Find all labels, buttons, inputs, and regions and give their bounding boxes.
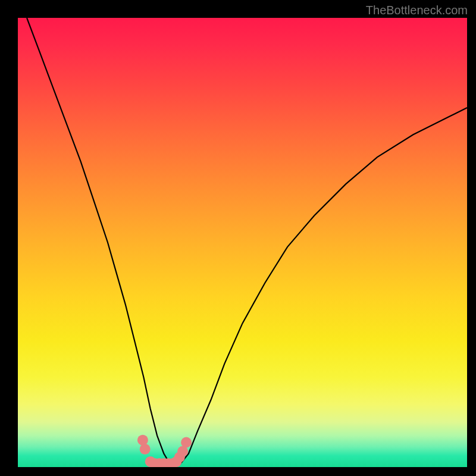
chart-svg bbox=[18, 18, 467, 467]
marker-dot bbox=[140, 444, 151, 455]
watermark-text: TheBottleneck.com bbox=[366, 4, 468, 17]
plot-area bbox=[18, 18, 467, 467]
bottleneck-curve bbox=[27, 18, 467, 465]
marker-dot bbox=[181, 437, 192, 448]
marker-dot bbox=[137, 435, 148, 446]
highlight-markers bbox=[137, 435, 192, 467]
